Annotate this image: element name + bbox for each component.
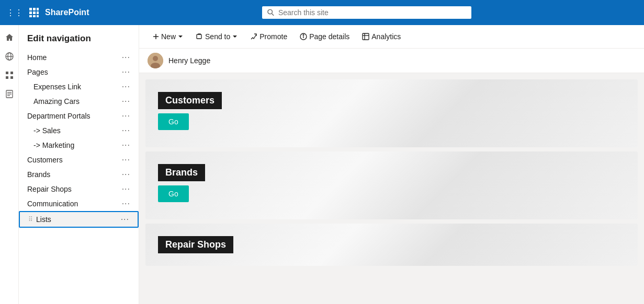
pages-more-icon[interactable]: ··· <box>122 67 130 77</box>
main-content: New Send to Prom <box>139 25 644 304</box>
brands-card-content: Brands Go <box>158 164 205 202</box>
svg-rect-28 <box>363 33 369 40</box>
drag-handle-icon: ⠿ <box>28 216 33 223</box>
plus-icon <box>153 33 159 40</box>
sidebar-title: Edit navigation <box>19 31 139 50</box>
top-bar: ⋮⋮ SharePoint <box>0 0 644 25</box>
rail-apps-icon[interactable] <box>1 67 18 84</box>
repair-shops-card-title: Repair Shops <box>158 236 233 253</box>
sidebar-item-expenses-link[interactable]: Expenses Link ··· <box>19 79 139 94</box>
svg-rect-7 <box>33 15 36 17</box>
new-button[interactable]: New <box>148 29 188 44</box>
svg-rect-3 <box>29 11 32 14</box>
customers-go-button[interactable]: Go <box>158 113 189 130</box>
svg-rect-24 <box>197 34 201 39</box>
author-bar: Henry Legge <box>139 49 644 73</box>
sidebar-item-brands[interactable]: Brands ··· <box>19 167 139 182</box>
svg-rect-16 <box>6 76 8 79</box>
svg-point-9 <box>268 9 272 14</box>
rail-home-icon[interactable] <box>1 29 18 46</box>
sidebar-item-department-portals[interactable]: Department Portals ··· <box>19 109 139 123</box>
sidebar-item-communication[interactable]: Communication ··· <box>19 196 139 211</box>
rail-globe-icon[interactable] <box>1 48 18 65</box>
svg-rect-6 <box>29 15 32 17</box>
content-area: Customers Go Brands Go Repair Shops <box>139 73 644 272</box>
sidebar-item-marketing[interactable]: -> Marketing ··· <box>19 138 139 153</box>
grid-menu-icon[interactable]: ⋮⋮ <box>6 8 23 18</box>
page-details-button[interactable]: Page details <box>295 29 355 44</box>
customers-card-content: Customers Go <box>158 92 222 130</box>
repair-shops-card-content: Repair Shops <box>158 236 233 253</box>
svg-rect-17 <box>10 76 13 79</box>
repair-shops-more-icon[interactable]: ··· <box>122 184 130 194</box>
customers-more-icon[interactable]: ··· <box>122 155 130 165</box>
send-to-button[interactable]: Send to <box>190 29 243 44</box>
communication-more-icon[interactable]: ··· <box>122 199 130 208</box>
sidebar-item-pages[interactable]: Pages ··· <box>19 65 139 79</box>
avatar <box>148 53 163 68</box>
send-to-icon <box>196 33 203 40</box>
sales-more-icon[interactable]: ··· <box>122 126 130 135</box>
svg-rect-4 <box>33 11 36 14</box>
new-chevron-icon <box>178 35 183 38</box>
search-input[interactable] <box>278 8 466 17</box>
svg-point-27 <box>303 34 304 36</box>
toolbar: New Send to Prom <box>139 25 644 49</box>
search-box[interactable] <box>262 6 471 19</box>
svg-point-32 <box>153 56 158 61</box>
rail-page-icon[interactable] <box>1 86 18 102</box>
sidebar: Edit navigation Home ··· Pages ··· Expen… <box>19 25 139 304</box>
brands-go-button[interactable]: Go <box>158 185 189 202</box>
svg-rect-1 <box>33 8 36 10</box>
svg-rect-15 <box>10 72 13 74</box>
author-name: Henry Legge <box>168 56 210 65</box>
svg-rect-5 <box>37 11 39 14</box>
svg-line-10 <box>272 14 274 16</box>
amazing-cars-more-icon[interactable]: ··· <box>122 97 130 106</box>
customers-card: Customers Go <box>145 79 638 147</box>
customers-card-title: Customers <box>158 92 222 109</box>
app-logo: SharePoint <box>45 8 89 17</box>
sidebar-item-home[interactable]: Home ··· <box>19 50 139 65</box>
brands-card-title: Brands <box>158 164 205 181</box>
analytics-button[interactable]: Analytics <box>357 29 406 44</box>
expenses-more-icon[interactable]: ··· <box>122 82 130 91</box>
analytics-icon <box>362 33 369 40</box>
brands-card-bg <box>145 151 638 219</box>
svg-rect-14 <box>6 72 8 74</box>
marketing-more-icon[interactable]: ··· <box>122 141 130 150</box>
promote-button[interactable]: Promote <box>245 29 292 44</box>
svg-rect-0 <box>29 8 32 10</box>
repair-shops-card: Repair Shops <box>145 224 638 266</box>
dept-portals-more-icon[interactable]: ··· <box>122 111 130 121</box>
brands-more-icon[interactable]: ··· <box>122 170 130 179</box>
waffle-icon[interactable] <box>29 8 39 17</box>
svg-rect-2 <box>37 8 39 10</box>
left-rail <box>0 25 19 304</box>
promote-icon <box>250 33 257 40</box>
svg-rect-8 <box>37 15 39 17</box>
search-icon <box>267 9 274 16</box>
sidebar-item-repair-shops[interactable]: Repair Shops ··· <box>19 182 139 196</box>
sidebar-item-customers[interactable]: Customers ··· <box>19 153 139 167</box>
lists-more-icon[interactable]: ··· <box>121 215 129 224</box>
sidebar-item-lists[interactable]: ⠿ Lists ··· <box>19 211 139 228</box>
page-details-icon <box>300 33 307 40</box>
home-more-icon[interactable]: ··· <box>122 53 130 62</box>
sidebar-item-amazing-cars[interactable]: Amazing Cars ··· <box>19 94 139 109</box>
send-to-chevron-icon <box>232 35 238 38</box>
sidebar-item-sales[interactable]: -> Sales ··· <box>19 123 139 138</box>
main-layout: Edit navigation Home ··· Pages ··· Expen… <box>0 25 644 304</box>
brands-card: Brands Go <box>145 151 638 219</box>
